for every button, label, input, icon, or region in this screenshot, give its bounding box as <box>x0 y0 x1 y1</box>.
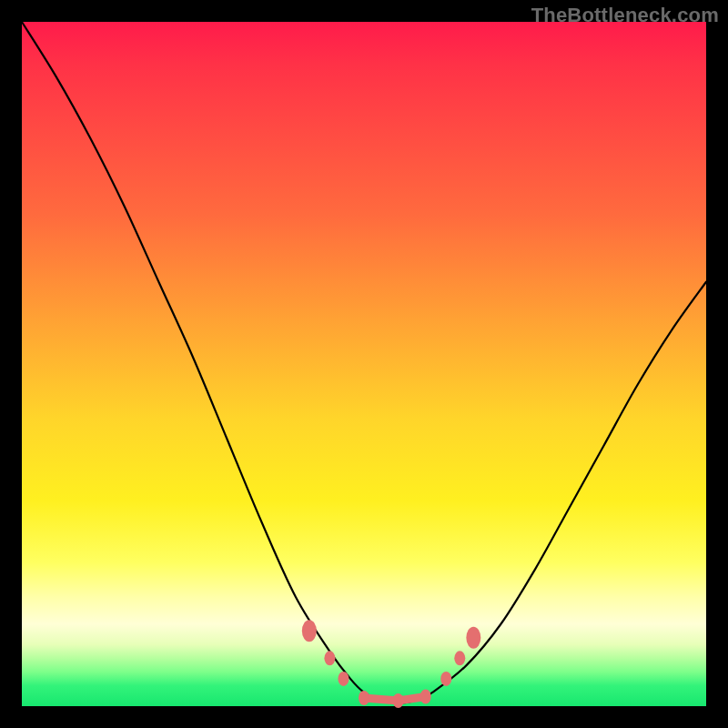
chart-frame <box>22 22 706 706</box>
bottleneck-curve <box>22 22 706 703</box>
marker-trough-left <box>359 691 369 705</box>
marker-right-upper <box>454 651 465 665</box>
marker-left-lower <box>338 672 349 686</box>
marker-left-upper <box>324 651 335 665</box>
marker-right-shoulder <box>466 627 480 649</box>
marker-right-lower <box>440 672 451 686</box>
marker-trough-mid <box>393 693 404 708</box>
marker-trough-right <box>420 689 431 703</box>
marker-group <box>302 620 480 708</box>
marker-left-shoulder <box>302 620 317 642</box>
chart-svg <box>22 22 706 706</box>
